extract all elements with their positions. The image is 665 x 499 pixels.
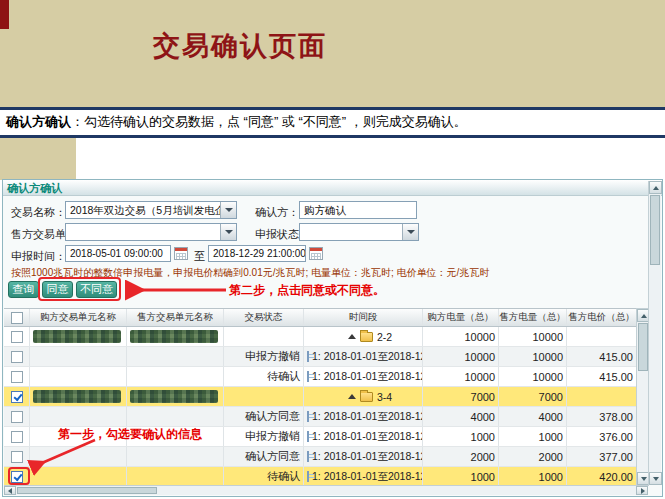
declare-status-select[interactable] (299, 223, 419, 241)
table-row-5[interactable]: 确认方同意1: 2018-01-01至2018-12-340004000378.… (4, 407, 636, 427)
window-titlebar: 确认方确认 (3, 180, 662, 196)
buyer-unit-cell (30, 447, 127, 466)
window-hscroll-thumb[interactable] (17, 487, 157, 494)
buyer-unit-cell (30, 327, 127, 346)
table-header-row: 购方交易单元名称售方交易单元名称交易状态时间段购方电量（总）售方电量（总）售方电… (4, 309, 636, 327)
chevron-down-icon[interactable] (402, 224, 418, 240)
price-cell: 378.00 (567, 407, 636, 426)
confirm-side-input[interactable]: 购方确认 (299, 201, 417, 219)
row-checkbox-cell (4, 407, 30, 426)
trade-name-label: 交易名称： (11, 205, 66, 220)
select-all-checkbox[interactable] (11, 312, 23, 324)
document-icon (307, 431, 309, 442)
buyer-unit-cell (30, 367, 127, 386)
period-cell: 1: 2018-01-01至2018-12-3 (304, 427, 423, 446)
seller-unit-cell (127, 467, 224, 486)
time-to-input[interactable]: 2018-12-29 21:00:00 (208, 245, 306, 262)
trade-name-value: 2018年双边交易（5月培训发电企 (70, 204, 225, 216)
folder-icon (360, 332, 373, 342)
trade-status-cell: 待确认 (224, 367, 304, 386)
document-icon (307, 451, 309, 462)
slide-corner-decoration (0, 0, 9, 29)
row-checkbox-cell (4, 347, 30, 366)
sell-qty-cell: 10000 (499, 347, 567, 366)
collapse-triangle-icon[interactable] (348, 394, 356, 399)
price-cell: 415.00 (567, 367, 636, 386)
seller-unit-cell (127, 327, 224, 346)
sell-qty-cell: 4000 (499, 407, 567, 426)
row-checkbox[interactable] (11, 351, 23, 363)
buy-qty-cell: 4000 (423, 407, 499, 426)
document-icon (307, 371, 309, 382)
period-cell: 3-4 (304, 387, 423, 406)
instruction-band: 确认方确认：勾选待确认的交易数据，点 “同意” 或 “不同意” ，则完成交易确认… (0, 107, 665, 138)
folder-icon (360, 392, 373, 402)
scroll-left-icon[interactable] (4, 486, 16, 495)
sell-qty-cell: 10000 (499, 367, 567, 386)
select-all-cell (4, 309, 30, 326)
trade-status-cell: 确认方同意 (224, 407, 304, 426)
scroll-down-icon[interactable] (649, 472, 662, 485)
table-row-3[interactable]: 待确认1: 2018-01-01至2018-12-31000010000415.… (4, 367, 636, 387)
row-checkbox[interactable] (11, 391, 23, 403)
step1-annotation: 第一步，勾选要确认的信息 (58, 426, 202, 443)
chevron-down-icon[interactable] (220, 224, 236, 240)
window-vertical-scrollbar[interactable] (648, 181, 661, 485)
buyer-unit-cell (30, 407, 127, 426)
time-from-input[interactable]: 2018-05-01 09:00:00 (65, 245, 171, 262)
column-header[interactable]: 售方电价（总） (567, 309, 636, 326)
column-header[interactable]: 售方电量（总） (499, 309, 567, 326)
scroll-up-icon[interactable] (649, 181, 662, 194)
table-row-2[interactable]: 申报方撤销1: 2018-01-01至2018-12-3100001000041… (4, 347, 636, 367)
table-row-8[interactable]: 待确认1: 2018-01-01至2018-12-310001000420.00 (4, 467, 636, 487)
collapse-triangle-icon[interactable] (348, 334, 356, 339)
seller-unit-select[interactable] (65, 223, 237, 241)
censored-seller-name (130, 390, 218, 403)
document-icon (307, 411, 309, 422)
price-cell (567, 327, 636, 346)
trade-status-cell (224, 327, 304, 346)
column-header[interactable]: 售方交易单元名称 (127, 309, 224, 326)
column-header[interactable]: 时间段 (304, 309, 423, 326)
buy-qty-cell: 1000 (423, 427, 499, 446)
row-checkbox[interactable] (11, 431, 23, 443)
sell-qty-cell: 1000 (499, 467, 567, 486)
censored-seller-name (130, 330, 218, 343)
calendar-icon[interactable] (174, 247, 188, 260)
table-row-7[interactable]: 确认方同意1: 2018-01-01至2018-12-320002000377.… (4, 447, 636, 467)
step2-annotation: 第二步，点击同意或不同意。 (229, 282, 385, 299)
period-cell: 1: 2018-01-01至2018-12-3 (304, 467, 423, 486)
trade-status-cell (224, 387, 304, 406)
step1-highlight-frame (8, 467, 30, 485)
row-checkbox[interactable] (11, 451, 23, 463)
slide: 交易确认页面 确认方确认：勾选待确认的交易数据，点 “同意” 或 “不同意” ，… (0, 0, 665, 499)
column-header[interactable]: 购方电量（总） (423, 309, 499, 326)
window-vscroll-thumb[interactable] (650, 195, 660, 265)
table-row-4[interactable]: 3-470007000 (4, 387, 636, 407)
chevron-down-icon[interactable] (220, 202, 236, 218)
buy-qty-cell: 2000 (423, 447, 499, 466)
calendar-icon[interactable] (309, 247, 323, 260)
scroll-right-icon[interactable] (636, 486, 648, 495)
window-horizontal-scrollbar[interactable] (4, 485, 648, 495)
price-cell: 377.00 (567, 447, 636, 466)
column-header[interactable]: 交易状态 (224, 309, 304, 326)
sell-qty-cell: 2000 (499, 447, 567, 466)
row-checkbox-cell (4, 447, 30, 466)
confirm-side-value: 购方确认 (304, 204, 346, 216)
buyer-unit-cell (30, 467, 127, 486)
trade-status-cell: 待确认 (224, 467, 304, 486)
row-checkbox[interactable] (11, 371, 23, 383)
row-checkbox[interactable] (11, 411, 23, 423)
sell-qty-cell: 10000 (499, 327, 567, 346)
censored-buyer-name (33, 390, 121, 403)
row-checkbox[interactable] (11, 331, 23, 343)
table-row-1[interactable]: 2-21000010000 (4, 327, 636, 347)
table-scrollbar-thumb[interactable] (638, 323, 648, 371)
period-cell: 1: 2018-01-01至2018-12-3 (304, 447, 423, 466)
page-title: 交易确认页面 (153, 28, 327, 64)
column-header[interactable]: 购方交易单元名称 (30, 309, 127, 326)
buyer-unit-cell (30, 347, 127, 366)
trade-name-select[interactable]: 2018年双边交易（5月培训发电企 (65, 201, 237, 219)
query-button[interactable]: 查询 (8, 281, 39, 298)
